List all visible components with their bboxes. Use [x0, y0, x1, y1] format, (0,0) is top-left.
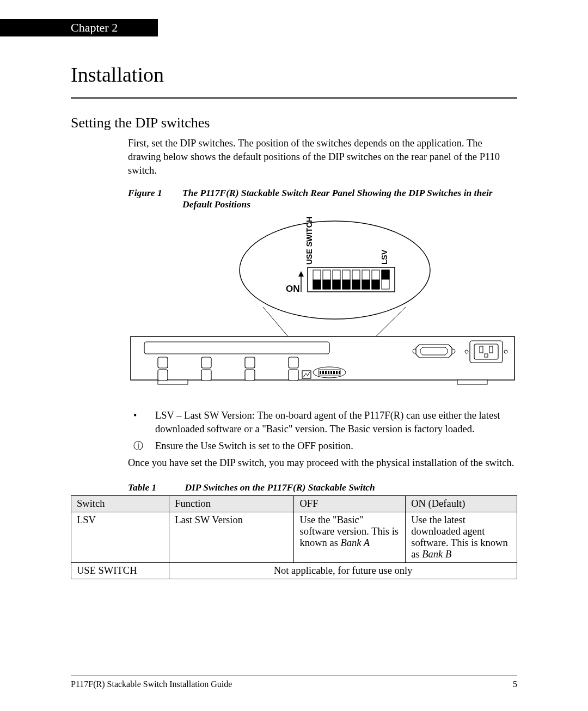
use-switch-label: USE SWITCH: [305, 217, 314, 265]
figure-label: Figure 1: [128, 187, 182, 210]
svg-rect-42: [333, 371, 335, 374]
svg-marker-48: [420, 347, 448, 355]
svg-rect-29: [289, 357, 298, 368]
svg-rect-28: [245, 357, 255, 368]
page-footer: P117F(R) Stackable Switch Installation G…: [71, 676, 517, 689]
svg-rect-52: [489, 346, 493, 353]
svg-rect-30: [158, 370, 168, 381]
table-caption-text: DIP Switches on the P117F(R) Stackable S…: [185, 482, 375, 493]
svg-rect-11: [352, 280, 360, 289]
svg-rect-5: [323, 280, 330, 289]
table-row: LSV Last SW Version Use the "Basic" soft…: [71, 512, 517, 562]
svg-rect-53: [485, 354, 488, 357]
svg-rect-27: [201, 357, 211, 368]
svg-rect-39: [325, 371, 327, 374]
figure-caption: Figure 1 The P117F(R) Stackable Switch R…: [128, 187, 517, 210]
page-number: 5: [513, 679, 517, 689]
svg-rect-37: [320, 371, 321, 374]
info-icon: ⓘ: [128, 439, 155, 453]
bullet-note: ⓘ Ensure the Use Switch is set to the OF…: [128, 439, 517, 453]
chapter-label: Chapter 2: [71, 21, 118, 35]
svg-rect-38: [322, 371, 324, 374]
svg-rect-33: [289, 370, 298, 381]
bullet-lsv: • LSV – Last SW Version: The on-board ag…: [128, 409, 517, 436]
svg-rect-26: [158, 357, 168, 368]
bullet-lsv-text: LSV – Last SW Version: The on-board agen…: [155, 409, 517, 436]
th-switch: Switch: [71, 495, 169, 512]
td-switch: LSV: [71, 512, 169, 562]
td-function: Last SW Version: [169, 512, 294, 562]
table-label: Table 1: [128, 482, 182, 493]
page-title: Installation: [71, 63, 517, 87]
td-on: Use the latest downloaded agent software…: [406, 512, 517, 562]
on-label: ON: [286, 284, 300, 294]
svg-rect-51: [480, 346, 483, 353]
th-off: OFF: [294, 495, 406, 512]
svg-rect-43: [336, 371, 338, 374]
intro-paragraph: First, set the DIP switches. The positio…: [128, 137, 517, 177]
rear-panel-figure: ON USE SWITCH LSV: [128, 216, 517, 401]
table-header-row: Switch Function OFF ON (Default): [71, 495, 517, 512]
title-rule: [71, 97, 517, 99]
section-heading: Setting the DIP switches: [71, 115, 517, 131]
th-on: ON (Default): [406, 495, 517, 512]
td-off: Use the "Basic" software version. This i…: [294, 512, 406, 562]
closing-paragraph: Once you have set the DIP switch, you ma…: [128, 456, 517, 470]
td-merged: Not applicable, for future use only: [169, 562, 517, 579]
dip-switch-table: Switch Function OFF ON (Default) LSV Las…: [71, 495, 517, 579]
footer-title: P117F(R) Stackable Switch Installation G…: [71, 679, 232, 689]
svg-rect-15: [372, 280, 379, 289]
table-caption: Table 1 DIP Switches on the P117F(R) Sta…: [128, 482, 517, 493]
svg-rect-17: [382, 270, 389, 279]
chapter-tab: Chapter 2: [0, 19, 158, 36]
bullet-mark-icon: •: [128, 409, 155, 436]
svg-rect-40: [328, 371, 329, 374]
bullet-list: • LSV – Last SW Version: The on-board ag…: [128, 409, 517, 453]
svg-rect-3: [313, 280, 321, 289]
svg-rect-7: [333, 280, 340, 289]
svg-point-55: [504, 350, 507, 353]
svg-rect-31: [201, 370, 211, 381]
bullet-note-text: Ensure the Use Switch is set to the OFF …: [155, 439, 353, 453]
td-switch: USE SWITCH: [71, 562, 169, 579]
th-function: Function: [169, 495, 294, 512]
rear-panel-svg: ON USE SWITCH LSV: [128, 216, 517, 401]
svg-point-54: [465, 350, 468, 353]
svg-rect-41: [330, 371, 332, 374]
svg-rect-13: [362, 280, 370, 289]
svg-marker-19: [298, 271, 304, 277]
table-row: USE SWITCH Not applicable, for future us…: [71, 562, 517, 579]
svg-rect-9: [342, 280, 350, 289]
svg-rect-24: [457, 380, 487, 384]
lsv-label: LSV: [380, 249, 389, 265]
svg-rect-44: [339, 371, 340, 374]
figure-caption-text: The P117F(R) Stackable Switch Rear Panel…: [182, 187, 517, 210]
svg-rect-32: [245, 370, 255, 381]
